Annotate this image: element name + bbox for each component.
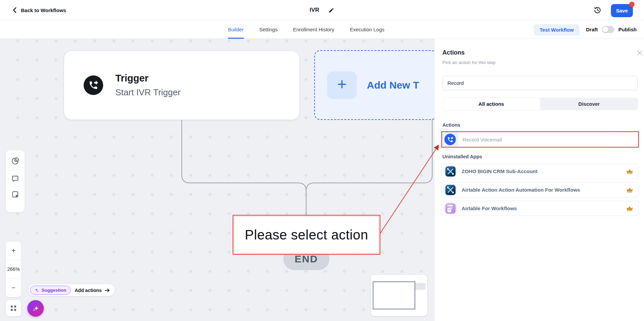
minimap-viewport[interactable] xyxy=(373,281,415,310)
add-new-trigger-label: Add New T xyxy=(367,79,419,91)
publish-controls: Draft Publish xyxy=(586,20,637,39)
trigger-node-title: Trigger xyxy=(115,73,181,84)
trigger-node-text: Trigger Start IVR Trigger xyxy=(115,73,181,98)
edit-title-icon[interactable] xyxy=(329,7,334,13)
app-row-airtable-action[interactable]: Airtable Action Action Automation For Wo… xyxy=(441,182,639,197)
suggestion-label: Suggestion xyxy=(41,288,66,293)
close-panel-icon[interactable] xyxy=(636,49,643,57)
add-new-trigger-node[interactable]: + Add New T xyxy=(314,50,434,120)
app-label: ZOHO BIGIN CRM Sub-Account xyxy=(462,168,537,174)
unsaved-changes-badge xyxy=(629,2,635,7)
comments-icon[interactable] xyxy=(9,173,21,185)
action-item-label: Record Voicemail xyxy=(463,137,502,142)
toggle-knob xyxy=(603,27,608,32)
test-workflow-button[interactable]: Test Workflow xyxy=(534,24,580,35)
trigger-node-subtitle: Start IVR Trigger xyxy=(115,87,181,98)
action-icon-cell xyxy=(442,132,458,147)
zoom-level: 266% xyxy=(6,260,21,278)
top-bar: Back to Workflows IVR Save xyxy=(0,0,644,20)
analytics-pie-icon[interactable] xyxy=(9,155,21,167)
uninstalled-apps-section-label: Uninstalled Apps xyxy=(442,154,482,159)
actions-panel: Actions Pick an action for this step All… xyxy=(434,39,644,321)
premium-crown-icon xyxy=(626,205,633,212)
panel-title: Actions xyxy=(442,49,465,56)
premium-crown-icon xyxy=(626,168,633,174)
publish-toggle[interactable] xyxy=(602,26,614,33)
panel-tab-switch: All actions Discover xyxy=(442,98,638,110)
app-row-zoho-bigin[interactable]: ZOHO BIGIN CRM Sub-Account xyxy=(441,164,639,179)
annotation-text: Please select action xyxy=(245,227,368,243)
app-label: Airtable For Workflows xyxy=(462,205,517,211)
fit-view-button[interactable] xyxy=(6,300,21,316)
zoom-controls: + 266% − xyxy=(6,242,21,297)
premium-crown-icon xyxy=(626,187,633,193)
panel-subtitle: Pick an action for this step xyxy=(442,60,496,65)
suggestion-bar: Suggestion Add actions xyxy=(29,284,115,296)
tabs-bar: Builder Settings Enrollment History Exec… xyxy=(0,20,644,39)
zoom-in-button[interactable]: + xyxy=(6,242,21,260)
tab-settings[interactable]: Settings xyxy=(259,20,277,39)
action-search-input[interactable] xyxy=(442,76,638,90)
plus-icon: + xyxy=(327,71,357,99)
end-node-label: END xyxy=(295,253,318,265)
workflow-canvas[interactable]: Trigger Start IVR Trigger + Add New T EN… xyxy=(0,39,434,321)
publish-label: Publish xyxy=(618,27,637,32)
arrow-right-icon xyxy=(105,288,110,293)
ai-assistant-button[interactable] xyxy=(27,300,44,317)
please-select-action-annotation: Please select action xyxy=(233,215,380,255)
tab-all-actions[interactable]: All actions xyxy=(442,98,540,110)
phone-trigger-icon xyxy=(84,75,103,95)
back-label: Back to Workflows xyxy=(21,7,66,13)
workflow-title-group: IVR xyxy=(310,0,334,20)
sparkle-icon xyxy=(34,288,39,293)
tab-builder[interactable]: Builder xyxy=(228,20,244,39)
action-item-record-voicemail[interactable]: Record Voicemail xyxy=(441,131,639,148)
add-actions-label: Add actions xyxy=(75,288,102,293)
add-actions-link[interactable]: Add actions xyxy=(75,288,110,293)
version-history-icon[interactable] xyxy=(593,5,602,15)
app-label: Airtable Action Action Automation For Wo… xyxy=(462,187,580,193)
canvas-side-toolbar xyxy=(6,150,25,212)
draft-label: Draft xyxy=(586,27,598,32)
minimap[interactable] xyxy=(371,275,427,316)
phone-forwarded-icon xyxy=(444,134,456,145)
workflow-builder-page: Back to Workflows IVR Save Builder Setti… xyxy=(0,0,644,321)
app-row-airtable-for-workflows[interactable]: Airtable For Workflows xyxy=(441,201,639,216)
back-chevron-icon xyxy=(12,7,18,13)
zoom-out-button[interactable]: − xyxy=(6,279,21,297)
suggestion-badge[interactable]: Suggestion xyxy=(30,286,71,295)
actions-section-label: Actions xyxy=(442,122,460,128)
tab-execution-logs[interactable]: Execution Logs xyxy=(350,20,384,39)
workflow-title: IVR xyxy=(310,7,319,13)
back-to-workflows-button[interactable]: Back to Workflows xyxy=(12,0,66,20)
tab-discover[interactable]: Discover xyxy=(540,98,638,110)
tab-list: Builder Settings Enrollment History Exec… xyxy=(228,20,384,39)
notes-card-icon[interactable] xyxy=(9,188,21,200)
airtable-action-app-icon xyxy=(444,184,457,196)
airtable-app-icon xyxy=(444,202,457,215)
ai-sparkle-icon xyxy=(32,305,39,312)
trigger-node[interactable]: Trigger Start IVR Trigger xyxy=(64,51,300,120)
expand-icon xyxy=(10,305,17,312)
tab-enrollment-history[interactable]: Enrollment History xyxy=(293,20,334,39)
zoho-bigin-app-icon xyxy=(444,165,457,178)
toolbar-divider xyxy=(9,170,21,170)
